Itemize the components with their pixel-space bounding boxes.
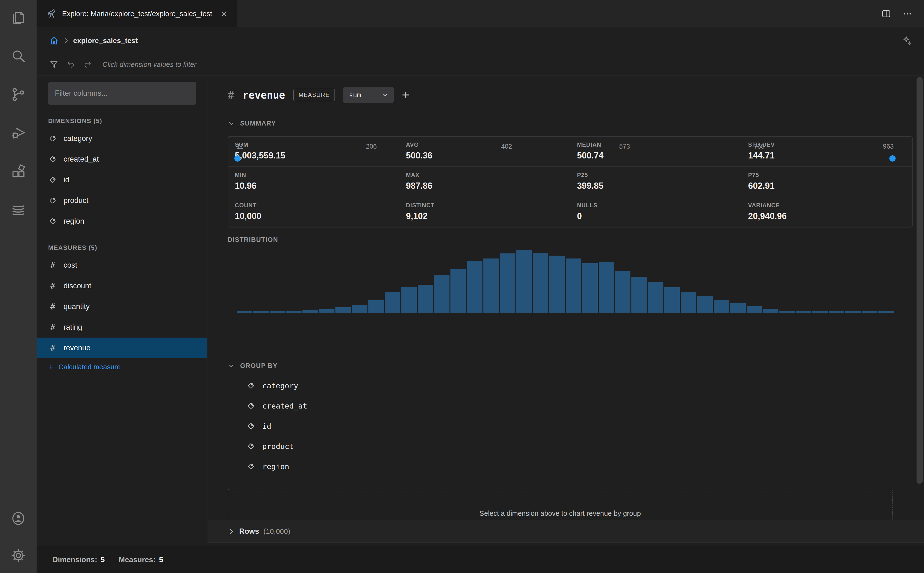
breadcrumb-item[interactable]: explore_sales_test [73, 36, 138, 45]
hash-icon: # [48, 260, 57, 270]
histogram-bar-28 [697, 296, 713, 313]
histogram-bar-36 [829, 311, 844, 313]
sidebar-item-label: created_at [64, 155, 99, 163]
calculated-measure-button[interactable]: + Calculated measure [48, 362, 196, 372]
search-icon[interactable] [10, 48, 26, 64]
histogram-bar-29 [714, 300, 729, 313]
stat-cell-max: MAX987.86 [399, 167, 570, 197]
sidebar-item-created_at[interactable]: created_at [48, 149, 196, 169]
editor-actions [881, 0, 924, 27]
groupby-item-product[interactable]: product [246, 436, 307, 456]
hash-icon: # [48, 323, 57, 332]
run-debug-icon[interactable] [10, 125, 26, 141]
tag-icon [48, 155, 57, 164]
more-actions-icon[interactable] [902, 9, 913, 19]
sidebar-item-region[interactable]: region [48, 211, 196, 232]
groupby-item-id[interactable]: id [246, 416, 307, 436]
stat-label: VARIANCE [748, 202, 906, 209]
groupby-item-created_at[interactable]: created_at [246, 396, 307, 416]
summary-header-label: SUMMARY [240, 120, 276, 127]
sparkle-icon[interactable] [901, 35, 913, 46]
summary-section-header[interactable]: SUMMARY [227, 120, 276, 127]
histogram-bar-18 [533, 253, 548, 313]
home-icon[interactable] [49, 36, 59, 46]
axis-tick-768: 768 [754, 143, 764, 150]
groupby-item-label: created_at [262, 402, 307, 410]
sidebar-item-category[interactable]: category [48, 128, 196, 149]
histogram-bar-3 [286, 311, 301, 313]
sidebar-item-revenue[interactable]: #revenue [36, 338, 207, 358]
stat-cell-p25: P25399.85 [570, 167, 741, 197]
status-bar: Dimensions: 5 Measures: 5 [36, 546, 924, 573]
chevron-right-icon [63, 37, 70, 44]
histogram-bar-34 [796, 311, 811, 313]
groupby-item-label: region [262, 462, 289, 471]
histogram-bar-4 [303, 310, 318, 313]
stat-label: P25 [577, 172, 734, 178]
split-editor-icon[interactable] [881, 9, 891, 19]
stat-value: 0 [577, 211, 734, 221]
funnel-icon [49, 59, 59, 69]
sidebar-item-label: cost [64, 261, 77, 269]
source-control-icon[interactable] [10, 86, 26, 102]
sidebar-item-discount[interactable]: #discount [48, 276, 196, 296]
histogram-bar-20 [566, 258, 581, 313]
dimensions-count-label: Dimensions: [52, 556, 97, 564]
redo-icon[interactable] [83, 59, 93, 69]
sidebar-item-rating[interactable]: #rating [48, 317, 196, 338]
histogram-bar-32 [763, 309, 778, 313]
aggregation-value: sum [349, 91, 361, 99]
sidebar-item-label: quantity [64, 302, 90, 311]
histogram-bar-1 [253, 311, 268, 313]
sidebar-item-id[interactable]: id [48, 169, 196, 190]
tag-icon [48, 196, 57, 205]
range-handle-min[interactable] [234, 155, 241, 161]
explorer-icon[interactable] [10, 9, 26, 25]
breadcrumb: explore_sales_test [36, 27, 924, 54]
filter-columns-input[interactable] [48, 82, 196, 105]
chevron-down-icon [382, 91, 389, 99]
rows-section-toggle[interactable]: Rows (10,000) [208, 520, 924, 543]
histogram-bar-6 [336, 307, 351, 313]
histogram-bar-12 [434, 275, 449, 313]
distribution-header: DISTRIBUTION [227, 236, 278, 244]
sidebar-item-cost[interactable]: #cost [48, 255, 196, 276]
rows-count: (10,000) [264, 527, 290, 535]
measure-title: revenue [243, 89, 285, 101]
account-icon[interactable] [10, 510, 26, 526]
measure-badge: MEASURE [293, 89, 335, 101]
histogram-bar-25 [648, 282, 664, 313]
stat-value: 20,940.96 [748, 211, 906, 221]
histogram-bar-33 [780, 311, 795, 313]
telescope-icon [46, 8, 57, 19]
close-icon[interactable] [220, 9, 228, 18]
scrollbar-thumb[interactable] [916, 77, 923, 484]
activity-bar [0, 0, 36, 573]
histogram-bar-24 [631, 277, 647, 313]
measures-count-label: Measures: [119, 556, 155, 564]
tab-title: Explore: Maria/explore_test/explore_sale… [62, 9, 212, 18]
stat-cell-min: MIN10.96 [228, 167, 399, 197]
range-handle-max[interactable] [889, 155, 896, 161]
groupby-item-region[interactable]: region [246, 456, 307, 477]
sidebar-item-label: product [64, 196, 88, 205]
stat-cell-variance: VARIANCE20,940.96 [741, 197, 913, 227]
placeholder-text: Select a dimension above to chart revenu… [480, 509, 641, 517]
editor-tab[interactable]: Explore: Maria/explore_test/explore_sale… [36, 0, 237, 27]
add-aggregation-button[interactable]: + [402, 88, 410, 102]
activity-bar-bottom [10, 510, 26, 573]
aggregation-select[interactable]: sum [343, 87, 394, 103]
sidebar-item-product[interactable]: product [48, 190, 196, 211]
extensions-icon[interactable] [10, 163, 26, 179]
settings-gear-icon[interactable] [10, 548, 26, 564]
stat-value: 9,102 [406, 211, 563, 221]
sidebar: DIMENSIONS (5) categorycreated_atidprodu… [36, 75, 207, 545]
database-icon[interactable] [10, 202, 26, 218]
groupby-item-category[interactable]: category [246, 376, 307, 396]
groupby-list: categorycreated_atidproductregion [246, 376, 307, 477]
histogram-bar-26 [664, 287, 680, 313]
undo-icon[interactable] [66, 59, 75, 69]
stat-label: P75 [748, 172, 906, 178]
sidebar-item-quantity[interactable]: #quantity [48, 296, 196, 317]
groupby-section-header[interactable]: GROUP BY [227, 362, 278, 369]
